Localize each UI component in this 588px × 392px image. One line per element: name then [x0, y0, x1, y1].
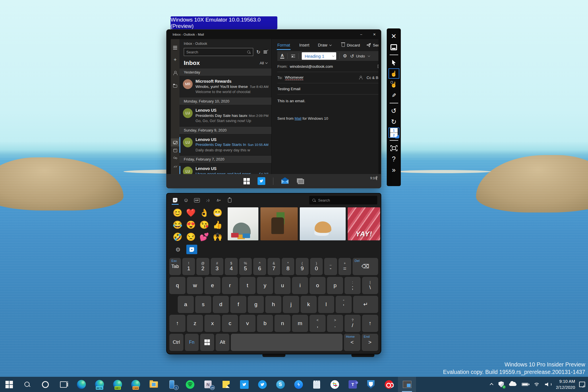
- pen-mode-button[interactable]: ✎: [388, 90, 399, 101]
- emoji-button[interactable]: 👌: [198, 207, 211, 218]
- multi-touch-mode-button[interactable]: ☝: [388, 79, 399, 90]
- key-t[interactable]: t: [239, 277, 256, 294]
- key-shift[interactable]: ↑: [362, 315, 378, 332]
- tab-insert[interactable]: Insert: [299, 43, 309, 47]
- key--[interactable]: _-: [324, 258, 337, 275]
- skype-icon[interactable]: S: [271, 377, 289, 392]
- defender-icon[interactable]: ✓: [496, 377, 506, 392]
- from-field[interactable]: From: winobstest@outlook.com: [277, 61, 378, 72]
- rotate-right-button[interactable]: ↻: [388, 117, 399, 127]
- search-button[interactable]: [18, 377, 36, 392]
- key-5[interactable]: %5: [239, 258, 252, 275]
- todo-tab-button[interactable]: ✓✓: [171, 163, 179, 171]
- key-m[interactable]: m: [292, 315, 308, 332]
- sync-button[interactable]: ↻: [256, 50, 260, 55]
- emoji-button[interactable]: 👍: [211, 219, 225, 230]
- gear-icon[interactable]: ⚙: [175, 247, 181, 252]
- mail-search-input[interactable]: Search: [184, 48, 253, 56]
- window-titlebar[interactable]: Inbox - Outlook - Mail – ✕: [167, 30, 381, 39]
- onedrive-icon[interactable]: [506, 377, 519, 392]
- gif-corgi[interactable]: [300, 207, 346, 240]
- key-j[interactable]: j: [283, 296, 299, 313]
- key-mod[interactable]: EscTab: [169, 258, 181, 275]
- expand-toolbar-button[interactable]: »: [388, 165, 399, 175]
- key-x[interactable]: x: [204, 315, 220, 332]
- key-3[interactable]: #3: [211, 258, 223, 275]
- authy-icon[interactable]: [380, 377, 398, 392]
- twitter-icon[interactable]: [258, 177, 265, 185]
- key-;[interactable]: :;: [345, 277, 361, 294]
- key-mod[interactable]: Ctrl: [169, 334, 183, 351]
- emoji-button[interactable]: 💕: [198, 231, 211, 242]
- gif-yay[interactable]: YAY!: [348, 207, 380, 240]
- battery-icon[interactable]: [519, 377, 531, 392]
- key-nav[interactable]: End>: [362, 334, 378, 351]
- gif-dinosaur[interactable]: [228, 207, 258, 240]
- key-i[interactable]: i: [292, 277, 308, 294]
- key-'[interactable]: "': [336, 296, 352, 313]
- twitter-pwa-icon[interactable]: [235, 377, 253, 392]
- emoji-tab[interactable]: ☺: [181, 195, 191, 205]
- send-button[interactable]: Send: [366, 43, 378, 47]
- folders-button[interactable]: [171, 82, 179, 90]
- key-0[interactable]: )0: [310, 258, 323, 275]
- notepad-icon[interactable]: [307, 377, 326, 392]
- close-button[interactable]: ✕: [368, 30, 381, 39]
- new-mail-button[interactable]: +: [171, 56, 179, 64]
- onenote-icon[interactable]: N28: [199, 377, 217, 392]
- discard-button[interactable]: Discard: [342, 43, 360, 47]
- tab-format[interactable]: Format: [277, 43, 290, 47]
- key-8[interactable]: *8: [282, 258, 294, 275]
- key-fn[interactable]: Fn: [185, 334, 199, 351]
- email-list-item[interactable]: LULenovo USPresidents Day Sale Starts In…: [179, 134, 271, 155]
- key-g[interactable]: g: [248, 296, 264, 313]
- task-view-icon[interactable]: [298, 179, 304, 184]
- key-n[interactable]: n: [274, 315, 291, 332]
- dual-screen-button[interactable]: 12: [388, 128, 399, 138]
- gif-rider[interactable]: [260, 207, 298, 240]
- key-f[interactable]: f: [230, 296, 246, 313]
- key-win[interactable]: [200, 334, 214, 351]
- subject-field[interactable]: Testing Email: [277, 83, 378, 94]
- messenger-icon[interactable]: ϟ: [289, 377, 307, 392]
- key-s[interactable]: s: [195, 296, 211, 313]
- key-.[interactable]: >.: [327, 315, 343, 332]
- to-field[interactable]: To: Whomever Cc & Bcc: [277, 72, 378, 83]
- font-color-button[interactable]: A: [280, 53, 284, 59]
- mail-app-icon[interactable]: [281, 177, 289, 186]
- close-emulator-button[interactable]: ✕: [388, 31, 399, 41]
- sticky-notes-icon[interactable]: [217, 377, 235, 392]
- key-/[interactable]: ?/: [345, 315, 361, 332]
- wifi-icon[interactable]: [531, 377, 542, 392]
- accounts-button[interactable]: [171, 69, 179, 77]
- slack-icon[interactable]: [326, 377, 344, 392]
- stickers-tab[interactable]: [170, 195, 180, 205]
- format-options-icon[interactable]: ⚙: [343, 54, 347, 58]
- open-in-new-window-icon[interactable]: [378, 65, 378, 68]
- kaomoji-tab[interactable]: ;-): [203, 195, 213, 205]
- filter-button[interactable]: [264, 50, 268, 54]
- chevron-down-icon[interactable]: [368, 54, 370, 57]
- cortana-button[interactable]: [36, 377, 54, 392]
- key-1[interactable]: !1: [182, 258, 195, 275]
- mail-link[interactable]: Mail: [295, 116, 301, 121]
- key-d[interactable]: d: [213, 296, 229, 313]
- key-2[interactable]: @2: [196, 258, 209, 275]
- emoji-button[interactable]: 😍: [184, 219, 198, 230]
- emoji-button[interactable]: 🙌: [211, 231, 225, 242]
- key-space[interactable]: [231, 334, 342, 351]
- people-tab-button[interactable]: [171, 155, 179, 163]
- key-u[interactable]: u: [274, 277, 291, 294]
- gif-tab[interactable]: GIF: [192, 195, 202, 205]
- stickers-button[interactable]: [186, 245, 197, 254]
- undo-button[interactable]: ↺ Undo: [350, 53, 365, 59]
- start-button[interactable]: [243, 178, 250, 184]
- help-button[interactable]: ?: [388, 154, 399, 164]
- paragraph-format-button[interactable]: [291, 55, 295, 58]
- edge-dev-icon[interactable]: DEV: [109, 377, 127, 392]
- twitter-icon[interactable]: [253, 377, 271, 392]
- bitwarden-icon[interactable]: [362, 377, 380, 392]
- key-,[interactable]: <,: [310, 315, 326, 332]
- key-e[interactable]: e: [204, 277, 220, 294]
- email-list-item[interactable]: MRMicrosoft RewardsWinobs, yum! You'll l…: [179, 76, 271, 97]
